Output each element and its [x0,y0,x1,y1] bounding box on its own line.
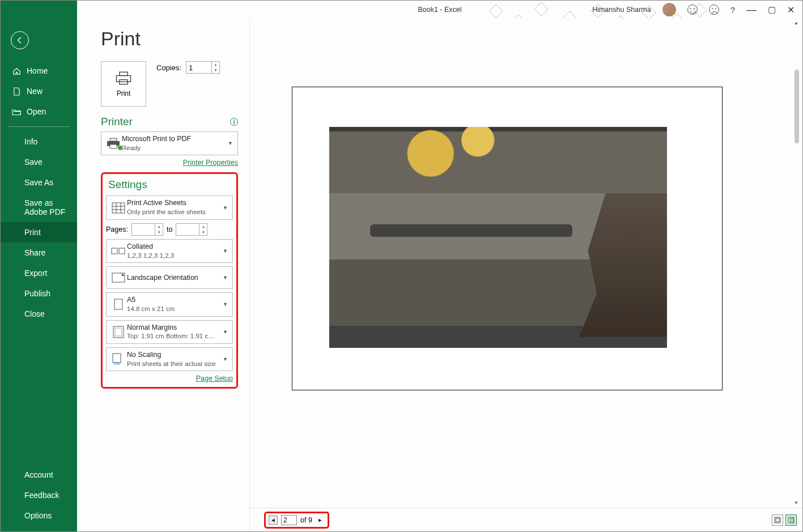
chevron-down-icon: ▼ [222,329,229,335]
show-margins-button[interactable] [772,514,783,526]
sidebar-label: Open [27,107,46,116]
printer-section-title: Printer [101,116,133,128]
sidebar-item-save[interactable]: Save [1,152,77,172]
printer-dropdown[interactable]: Microsoft Print to PDF Ready ▼ [101,131,238,155]
printer-icon [113,70,134,86]
sidebar-item-feedback[interactable]: Feedback [1,485,77,505]
sidebar-item-save-adobe-pdf[interactable]: Save as Adobe PDF [1,193,77,222]
page-title: Print [101,28,238,50]
back-button[interactable] [11,31,29,49]
close-window-button[interactable]: ✕ [787,5,794,15]
orientation-dropdown[interactable]: Landscape Orientation ▼ [106,266,233,289]
zoom-to-page-button[interactable] [785,514,797,526]
preview-page-canvas [292,87,723,390]
back-arrow-icon [16,36,24,44]
svg-rect-20 [776,518,779,522]
chevron-down-icon: ▼ [222,356,229,362]
spin-up-icon[interactable]: ▲ [199,224,207,229]
sidebar-item-print[interactable]: Print [1,222,77,242]
svg-rect-1 [120,72,128,75]
sidebar-label: New [27,87,43,96]
sidebar-item-open[interactable]: Open [1,101,77,122]
spin-down-icon[interactable]: ▼ [199,229,207,235]
page-total-label: of 9 [300,516,312,524]
svg-rect-12 [119,248,125,254]
sidebar-item-info[interactable]: Info [1,131,77,152]
sidebar-item-saveas[interactable]: Save As [1,172,77,193]
page-icon [110,299,127,310]
new-icon [12,87,21,96]
printer-info-icon[interactable]: i [230,118,238,126]
preview-content-image [329,127,667,348]
print-what-dropdown[interactable]: Print Active SheetsOnly print the active… [106,195,233,219]
print-button-label: Print [117,90,131,97]
chevron-down-icon: ▼ [222,248,229,254]
preview-footer: ◄ of 9 ► [250,508,802,531]
spin-up-icon[interactable]: ▲ [155,224,163,229]
sidebar-item-new[interactable]: New [1,81,77,101]
svg-rect-4 [110,138,117,141]
sidebar-item-share[interactable]: Share [1,242,77,263]
help-button[interactable]: ? [730,5,735,15]
sidebar-separator [9,126,69,127]
sheets-icon [110,202,127,214]
print-preview-area: ▲ ▼ ◄ of 9 ► [250,19,802,531]
landscape-icon [110,273,127,283]
pages-from-input[interactable]: ▲▼ [131,223,163,236]
scaling-icon: 100 [110,353,127,365]
minimize-button[interactable]: — [746,4,757,16]
svg-rect-5 [110,144,117,148]
paper-size-dropdown[interactable]: A514.8 cm x 21 cm ▼ [106,292,233,316]
page-setup-link[interactable]: Page Setup [196,374,233,382]
pages-label: Pages: [106,225,128,233]
chevron-down-icon: ▼ [222,275,229,280]
window-title: Book1 - Excel [418,6,461,14]
collated-icon [110,246,127,256]
scroll-thumb[interactable] [794,70,799,143]
user-avatar-icon[interactable] [662,3,676,16]
printer-properties-link[interactable]: Printer Properties [183,159,238,167]
sidebar-item-publish[interactable]: Publish [1,283,77,304]
user-name[interactable]: Himanshu Sharma [592,6,651,14]
collation-dropdown[interactable]: Collated1,2,3 1,2,3 1,2,3 ▼ [106,239,233,263]
current-page-input[interactable] [281,515,297,525]
margins-icon [110,326,127,338]
feedback-happy-icon[interactable] [687,5,698,15]
sidebar-item-account[interactable]: Account [1,465,77,485]
open-icon [12,108,21,116]
copies-label: Copies: [156,63,181,72]
print-options-pane: Print Print Copies: ▲▼ [77,19,250,531]
svg-rect-0 [116,76,130,82]
feedback-sad-icon[interactable] [709,5,719,15]
sidebar-item-home[interactable]: Home [1,61,77,81]
scroll-up-icon[interactable]: ▲ [792,19,800,27]
sidebar-item-options[interactable]: Options [1,505,77,526]
settings-highlight-box: Settings Print Active SheetsOnly print t… [101,172,238,389]
svg-rect-16 [115,328,122,336]
scaling-dropdown[interactable]: 100 No ScalingPrint sheets at their actu… [106,347,233,371]
vertical-scrollbar[interactable]: ▲ ▼ [792,19,800,507]
printer-status: Ready [122,144,227,153]
printer-name: Microsoft Print to PDF [122,134,227,144]
copies-field[interactable] [186,63,209,72]
home-icon [12,67,21,75]
next-page-button[interactable]: ► [316,516,325,525]
copies-input[interactable]: ▲▼ [186,61,220,74]
title-bar: Book1 - Excel Himanshu Sharma ? — ▢ ✕ [77,1,802,19]
pages-to-input[interactable]: ▲▼ [176,223,207,236]
pages-to-label: to [167,225,172,233]
previous-page-button[interactable]: ◄ [269,516,278,525]
sidebar-item-export[interactable]: Export [1,263,77,283]
spin-down-icon[interactable]: ▼ [155,229,163,235]
margins-dropdown[interactable]: Normal MarginsTop: 1.91 cm Bottom: 1.91 … [106,320,233,344]
svg-rect-11 [112,248,117,254]
sidebar-item-close[interactable]: Close [1,304,77,324]
svg-text:100: 100 [113,361,120,365]
spin-down-icon[interactable]: ▼ [212,67,219,73]
spin-up-icon[interactable]: ▲ [212,62,219,67]
backstage-sidebar: Home New Open Info Save Save As Save as … [1,1,77,531]
scroll-down-icon[interactable]: ▼ [792,499,800,507]
svg-rect-14 [114,299,122,309]
maximize-button[interactable]: ▢ [768,5,776,15]
print-button[interactable]: Print [101,61,146,107]
